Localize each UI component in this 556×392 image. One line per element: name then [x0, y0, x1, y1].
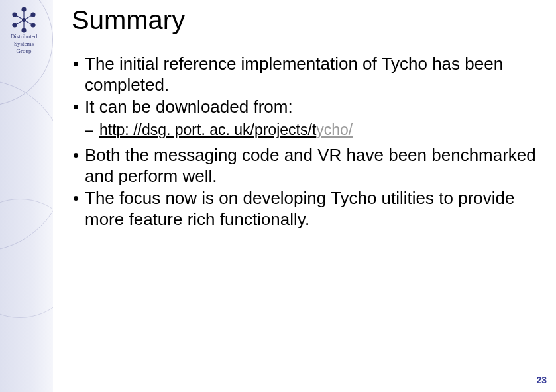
project-link[interactable]: http: //dsg. port. ac. uk/projects/t	[99, 121, 316, 138]
group-label-line: Group	[17, 48, 32, 54]
svg-point-1	[31, 13, 35, 17]
project-link-tail: ycho/	[316, 121, 353, 138]
slide-content: Summary The initial reference implementa…	[66, 5, 543, 232]
svg-line-12	[15, 15, 24, 20]
svg-line-8	[24, 15, 33, 20]
sub-bullet-link: http: //dsg. port. ac. uk/projects/tycho…	[70, 121, 543, 140]
page-number: 23	[536, 375, 547, 385]
bullet-item: The initial reference implementation of …	[70, 54, 543, 95]
decorative-circle	[0, 199, 53, 318]
svg-point-5	[13, 13, 17, 17]
svg-line-9	[24, 20, 33, 25]
bullet-item: Both the messaging code and VR have been…	[70, 145, 543, 187]
group-label: Distributed Systems Group	[0, 33, 48, 55]
dsg-logo-icon	[8, 4, 40, 36]
bullet-item: The focus now is on developing Tycho uti…	[70, 188, 543, 230]
bullet-list: The initial reference implementation of …	[70, 54, 543, 230]
sidebar: Distributed Systems Group	[0, 0, 53, 392]
svg-line-11	[15, 20, 24, 25]
group-label-line: Distributed	[11, 33, 38, 40]
bullet-item: It can be downloaded from:	[70, 97, 543, 118]
slide-title: Summary	[72, 5, 543, 35]
group-label-line: Systems	[14, 40, 34, 47]
